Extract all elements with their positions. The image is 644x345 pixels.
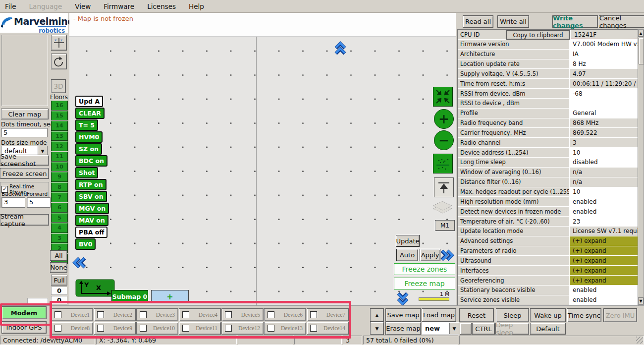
param-value[interactable]: 868 MHz	[570, 118, 638, 128]
device-checkbox[interactable]	[182, 311, 189, 318]
device-checkbox[interactable]	[310, 325, 317, 332]
device-button-device12[interactable]: Device12	[221, 322, 264, 335]
param-value[interactable]: 3	[570, 138, 638, 147]
fit-to-screen-icon[interactable]	[433, 87, 453, 107]
pan-up-icon[interactable]	[333, 41, 348, 56]
param-value[interactable]: enabled	[570, 197, 638, 206]
map-action-sz-on[interactable]: SZ on	[75, 143, 102, 155]
param-value[interactable]: 8 Hz	[570, 59, 638, 69]
time-sync-button[interactable]: Time sync	[567, 308, 601, 322]
device-checkbox[interactable]	[225, 311, 232, 318]
map-action-pba-off[interactable]: PBA off	[75, 227, 107, 238]
map-action-t-5[interactable]: T= 5	[75, 119, 98, 131]
device-button-device1[interactable]: Device1	[51, 308, 93, 321]
device-checkbox[interactable]	[225, 325, 232, 332]
menu-file[interactable]: File	[5, 2, 16, 10]
chevron-down-icon[interactable]: ▼	[449, 323, 459, 334]
reset-button[interactable]: Reset	[459, 308, 494, 322]
device-button-device14[interactable]: Device14	[307, 322, 349, 335]
device-button-device9[interactable]: Device9	[94, 322, 136, 335]
device-button-device3[interactable]: Device3	[136, 308, 178, 321]
wake-up-button[interactable]: Wake up	[530, 308, 566, 322]
tab-add-submap[interactable]: +	[151, 290, 189, 303]
floors-full-button[interactable]: Full	[51, 275, 67, 286]
floor-button-12[interactable]: 12	[51, 141, 68, 151]
modem-button[interactable]: Modem	[1, 306, 47, 319]
floors-none-button[interactable]: None	[50, 262, 67, 273]
device-button-device13[interactable]: Device13	[264, 322, 306, 335]
param-value[interactable]: IA	[570, 50, 638, 59]
pan-left-icon[interactable]	[72, 255, 87, 270]
floor-button-7[interactable]: 7	[51, 192, 68, 202]
device-button-device2[interactable]: Device2	[94, 308, 136, 321]
menu-view[interactable]: View	[75, 2, 91, 10]
map-action-upd-a[interactable]: Upd A	[75, 96, 103, 107]
menu-licenses[interactable]: Licenses	[147, 2, 176, 10]
param-value[interactable]: enabled	[570, 295, 638, 305]
device-checkbox[interactable]	[97, 311, 104, 318]
floor-button-16[interactable]: 16	[51, 101, 68, 111]
param-value[interactable]: 23	[570, 217, 638, 226]
tab-submap-0[interactable]: Submap 0	[111, 290, 148, 303]
floor-button-5[interactable]: 5	[51, 213, 68, 223]
pan-down-icon[interactable]	[395, 291, 410, 306]
param-value[interactable]: enabled	[570, 286, 638, 295]
device-button-device5[interactable]: Device5	[221, 308, 264, 321]
map-action-mgv-on[interactable]: MGV on	[75, 203, 109, 214]
scrollbar-thumb[interactable]	[639, 38, 644, 64]
zero-imu-button[interactable]: Zero IMU	[603, 308, 637, 322]
ctrl-indicator-box[interactable]	[460, 323, 472, 335]
freeze-map-button[interactable]: Freeze map	[394, 278, 455, 289]
device-checkbox[interactable]	[182, 325, 189, 332]
param-value[interactable]: -68	[570, 89, 638, 98]
param-value[interactable]	[570, 99, 638, 108]
floor-button-4[interactable]: 4	[51, 223, 68, 233]
save-screenshot-button[interactable]: Save screenshot	[0, 155, 49, 166]
param-value[interactable]: 4.97	[570, 69, 638, 78]
device-button-device8[interactable]: Device8	[51, 322, 93, 335]
save-map-button[interactable]: Save map	[385, 308, 421, 322]
pan-right-icon[interactable]	[440, 248, 455, 263]
floor-button-3[interactable]: 3	[51, 233, 68, 243]
floor-button-15[interactable]: 15	[51, 111, 68, 121]
map-action-rtp-on[interactable]: RTP on	[75, 179, 107, 190]
deep-sleep-button[interactable]: Deep sleep	[495, 323, 529, 335]
device-button-device7[interactable]: Device7	[307, 308, 349, 321]
menu-firmware[interactable]: Firmware	[104, 2, 134, 10]
write-all-button[interactable]: Write all	[497, 15, 529, 28]
table-scrollbar[interactable]: ▲ ▼	[638, 29, 644, 305]
param-value[interactable]: n/a	[570, 168, 638, 177]
device-checkbox[interactable]	[140, 311, 147, 318]
sleep-button[interactable]: Sleep	[496, 308, 529, 322]
three-d-button[interactable]: 3D	[51, 79, 66, 93]
device-checkbox[interactable]	[54, 325, 61, 332]
device-checkbox[interactable]	[54, 311, 61, 318]
menu-language[interactable]: Language	[29, 2, 62, 10]
scroll-up-icon[interactable]: ▲	[638, 30, 644, 37]
ctrl-button[interactable]: CTRL	[472, 323, 495, 335]
show-dots-icon[interactable]	[433, 154, 453, 173]
floors-all-button[interactable]: All	[50, 250, 67, 261]
floor-button-14[interactable]: 14	[51, 121, 68, 131]
auto-button[interactable]: Auto	[396, 249, 418, 261]
backward-input[interactable]: 3	[1, 197, 25, 208]
layers-icon[interactable]	[431, 199, 454, 219]
floor-button-13[interactable]: 13	[51, 131, 68, 141]
upload-map-icon[interactable]	[434, 177, 454, 197]
apply-button[interactable]: Apply	[420, 249, 440, 261]
map-action-shot[interactable]: Shot	[75, 167, 98, 178]
device-list-up-button[interactable]: ▲	[370, 308, 384, 322]
stream-capture-button[interactable]: Stream capture	[0, 214, 49, 226]
rotate-view-button[interactable]	[51, 54, 67, 69]
param-value[interactable]: 10	[570, 148, 638, 157]
floor-button-11[interactable]: 11	[51, 152, 68, 162]
map-action-bdc-on[interactable]: BDC on	[75, 155, 107, 167]
resize-grip[interactable]	[636, 337, 643, 344]
device-button-device4[interactable]: Device4	[179, 308, 221, 321]
update-button[interactable]: Update	[396, 235, 420, 247]
menu-help[interactable]: Help	[189, 2, 204, 10]
device-checkbox[interactable]	[140, 325, 147, 332]
map-action-bv0[interactable]: BV0	[75, 238, 96, 250]
default-button[interactable]: Default	[530, 323, 566, 335]
param-value[interactable]: License SW v7.1 requir	[570, 227, 638, 236]
